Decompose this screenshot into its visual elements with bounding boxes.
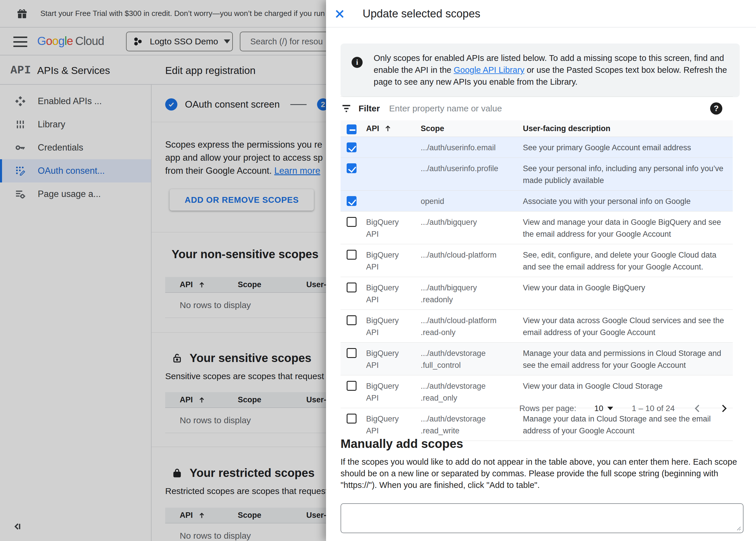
filter-label: Filter: [359, 104, 380, 113]
cell-description: View and manage your data in Google BigQ…: [523, 215, 733, 240]
info-icon: i: [352, 57, 363, 68]
manually-add-scopes-title: Manually add scopes: [341, 437, 463, 451]
panel-title: Update selected scopes: [363, 8, 480, 20]
manually-add-scopes-description: If the scopes you would like to add do n…: [341, 456, 738, 491]
cell-description: View your data in Google BigQuery: [523, 281, 733, 294]
filter-icon: [341, 103, 352, 114]
cell-scope: .../auth/cloud-platform .read-only: [421, 313, 523, 338]
cell-description: See, edit, configure, and delete your Go…: [523, 248, 733, 273]
rows-per-page-select[interactable]: 10: [594, 404, 613, 413]
info-text: Only scopes for enabled APIs are listed …: [374, 52, 728, 88]
cell-description: See your personal info, including any pe…: [523, 162, 733, 187]
cell-api: BigQuery API: [366, 215, 421, 240]
next-page-icon[interactable]: [719, 403, 729, 414]
table-row: openid Associate you with your personal …: [341, 191, 733, 212]
row-checkbox[interactable]: [347, 250, 357, 260]
row-checkbox[interactable]: [347, 348, 357, 358]
chevron-down-icon: [607, 407, 613, 410]
row-checkbox[interactable]: [347, 381, 357, 391]
table-row: BigQuery API .../auth/bigquery .readonly…: [341, 277, 733, 310]
previous-page-icon[interactable]: [693, 403, 703, 414]
cell-scope: .../auth/userinfo.email: [421, 141, 523, 154]
cell-description: See your primary Google Account email ad…: [523, 141, 733, 154]
cell-description: View your data in Google Cloud Storage: [523, 379, 733, 392]
col-api[interactable]: API: [366, 124, 379, 133]
table-row: .../auth/userinfo.profile See your perso…: [341, 158, 733, 191]
help-icon[interactable]: ?: [710, 102, 722, 115]
cell-api: BigQuery API: [366, 346, 421, 371]
scopes-table-header: API Scope User-facing description: [341, 120, 733, 137]
table-row: BigQuery API .../auth/cloud-platform See…: [341, 244, 733, 277]
col-scope[interactable]: Scope: [421, 124, 523, 133]
cell-scope: .../auth/userinfo.profile: [421, 162, 523, 175]
filter-bar[interactable]: Filter Enter property name or value ?: [341, 96, 733, 120]
row-checkbox[interactable]: [347, 315, 357, 325]
info-banner: i Only scopes for enabled APIs are liste…: [341, 44, 740, 97]
manual-scopes-textarea[interactable]: [341, 503, 744, 533]
cell-api: [366, 162, 421, 163]
cell-scope: .../auth/cloud-platform: [421, 248, 523, 261]
cell-scope: .../auth/bigquery .readonly: [421, 281, 523, 306]
table-row: BigQuery API .../auth/bigquery View and …: [341, 212, 733, 244]
row-checkbox[interactable]: [347, 163, 357, 173]
cell-api: BigQuery API: [366, 248, 421, 273]
update-scopes-panel: Update selected scopes i Only scopes for…: [326, 0, 756, 541]
cell-api: [366, 194, 421, 196]
cell-scope: .../auth/devstorage .full_control: [421, 346, 523, 371]
modal-scrim[interactable]: [0, 0, 326, 541]
resize-grip-icon[interactable]: [735, 524, 741, 531]
google-api-library-link[interactable]: Google API Library: [454, 65, 524, 75]
rows-per-page-label: Rows per page:: [519, 404, 576, 413]
select-all-checkbox[interactable]: [347, 125, 357, 134]
close-icon[interactable]: [334, 8, 345, 20]
cell-api: BigQuery API: [366, 281, 421, 306]
panel-header: Update selected scopes: [326, 0, 756, 28]
table-row: BigQuery API .../auth/cloud-platform .re…: [341, 310, 733, 342]
col-desc[interactable]: User-facing description: [523, 124, 733, 133]
cell-scope: openid: [421, 194, 523, 208]
cell-api: [366, 141, 421, 142]
sort-arrow-icon: [384, 124, 392, 133]
scopes-table: API Scope User-facing description .../au…: [341, 120, 733, 441]
cell-description: Manage your data and permissions in Clou…: [523, 346, 733, 371]
pagination-range: 1 – 10 of 24: [632, 404, 675, 413]
cell-description: View your data across Google Cloud servi…: [523, 313, 733, 338]
row-checkbox[interactable]: [347, 282, 357, 292]
pagination: Rows per page: 10 1 – 10 of 24: [341, 398, 733, 419]
table-row: .../auth/userinfo.email See your primary…: [341, 137, 733, 158]
row-checkbox[interactable]: [347, 143, 357, 152]
row-checkbox[interactable]: [347, 217, 357, 227]
cell-scope: .../auth/bigquery: [421, 215, 523, 228]
cell-api: BigQuery API: [366, 313, 421, 338]
filter-placeholder[interactable]: Enter property name or value: [389, 104, 710, 113]
table-row: BigQuery API .../auth/devstorage .full_c…: [341, 342, 733, 375]
row-checkbox[interactable]: [347, 196, 357, 206]
cell-description: Associate you with your personal info on…: [523, 194, 733, 208]
